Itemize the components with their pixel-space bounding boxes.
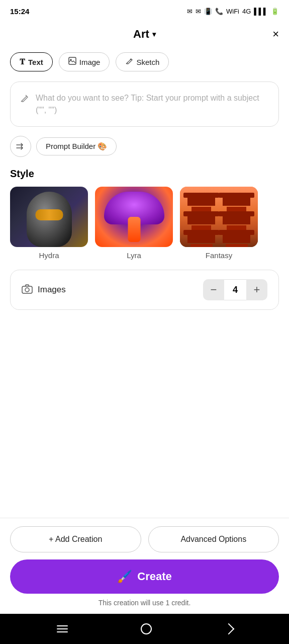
advanced-options-button[interactable]: Advanced Options — [148, 526, 279, 552]
image-tab-label: Image — [79, 58, 101, 66]
nav-menu-button[interactable] — [57, 625, 68, 632]
call-icon: 📞 — [215, 8, 223, 15]
hydra-helmet-shape — [27, 192, 72, 247]
email2-icon: ✉ — [196, 8, 201, 15]
back-chevron-icon — [223, 623, 234, 635]
status-time: 15:24 — [10, 7, 29, 16]
style-image-hydra — [10, 187, 88, 247]
sketch-tab-icon — [125, 57, 133, 67]
images-row: Images − 4 + — [10, 270, 279, 310]
title-text: Art — [133, 28, 149, 41]
svg-rect-2 — [22, 286, 32, 293]
images-count: 4 — [224, 279, 246, 300]
android-nav-bar — [0, 614, 289, 644]
home-circle-icon — [141, 623, 152, 634]
style-label-hydra: Hydra — [39, 251, 59, 260]
style-item-fantasy[interactable]: Fantasy — [180, 187, 258, 260]
hamburger-icon — [57, 625, 68, 632]
decrease-button[interactable]: − — [203, 279, 224, 300]
nav-home-button[interactable] — [141, 623, 152, 634]
style-section-title: Style — [10, 168, 279, 180]
style-grid: Hydra Lyra — [10, 187, 279, 260]
add-creation-button[interactable]: + Add Creation — [10, 526, 141, 552]
images-label: Images — [38, 285, 66, 295]
battery-icon: 🔋 — [271, 8, 279, 15]
camera-icon — [22, 284, 33, 296]
lyra-stem-shape — [128, 217, 140, 242]
text-tab-icon: 𝐓 — [20, 57, 25, 66]
prompt-builder-button[interactable]: Prompt Builder 🎨 — [36, 137, 117, 155]
wifi-icon: WiFi — [226, 8, 239, 15]
style-item-lyra[interactable]: Lyra — [95, 187, 173, 260]
increase-button[interactable]: + — [246, 279, 267, 300]
email-icon: ✉ — [187, 8, 192, 15]
header-title: Art ▾ — [133, 28, 156, 41]
style-item-hydra[interactable]: Hydra — [10, 187, 88, 260]
image-tab-icon — [68, 57, 76, 67]
pagoda-tower1 — [187, 197, 215, 247]
tabs-row: 𝐓 Text Image Sketch — [0, 48, 289, 77]
prompt-edit-icon — [20, 93, 30, 106]
status-icons: ✉ ✉ 📳 📞 WiFi 4G ▌▌▌ 🔋 — [187, 8, 279, 15]
style-label-fantasy: Fantasy — [206, 251, 232, 260]
prompt-placeholder: What do you want to see? Tip: Start your… — [36, 92, 269, 116]
create-button[interactable]: 🖌️ Create — [10, 559, 279, 594]
signal-icon: ▌▌▌ — [254, 8, 268, 15]
tab-sketch[interactable]: Sketch — [116, 52, 169, 71]
hydra-visor-shape — [35, 209, 63, 220]
style-section: Style Hydra Lyra — [0, 164, 289, 260]
credit-text: This creation will use 1 credit. — [10, 599, 279, 607]
brush-icon: 🖌️ — [117, 570, 132, 584]
counter-control: − 4 + — [203, 279, 267, 300]
action-buttons-row: + Add Creation Advanced Options — [10, 526, 279, 552]
svg-point-3 — [25, 288, 29, 292]
prompt-area[interactable]: What do you want to see? Tip: Start your… — [10, 82, 279, 127]
title-chevron[interactable]: ▾ — [152, 30, 156, 38]
prompt-builder-label: Prompt Builder 🎨 — [46, 142, 107, 151]
shuffle-button[interactable] — [10, 136, 31, 157]
style-image-fantasy — [180, 187, 258, 247]
status-bar: 15:24 ✉ ✉ 📳 📞 WiFi 4G ▌▌▌ 🔋 — [0, 0, 289, 20]
text-tab-label: Text — [28, 58, 43, 66]
nav-back-button[interactable] — [225, 625, 233, 633]
style-label-lyra: Lyra — [127, 251, 141, 260]
content-spacer — [0, 310, 289, 518]
pagoda-tower2 — [223, 197, 250, 247]
prompt-builder-row: Prompt Builder 🎨 — [0, 131, 289, 164]
sketch-tab-label: Sketch — [136, 58, 159, 66]
vibrate-icon: 📳 — [204, 8, 212, 15]
bottom-actions: + Add Creation Advanced Options 🖌️ Creat… — [0, 518, 289, 614]
4g-icon: 4G — [242, 8, 251, 15]
tab-text[interactable]: 𝐓 Text — [10, 52, 53, 71]
images-label-group: Images — [22, 284, 66, 296]
create-label: Create — [137, 570, 171, 583]
header: Art ▾ × — [0, 20, 289, 48]
style-image-lyra — [95, 187, 173, 247]
close-button[interactable]: × — [272, 28, 279, 41]
tab-image[interactable]: Image — [59, 52, 110, 71]
